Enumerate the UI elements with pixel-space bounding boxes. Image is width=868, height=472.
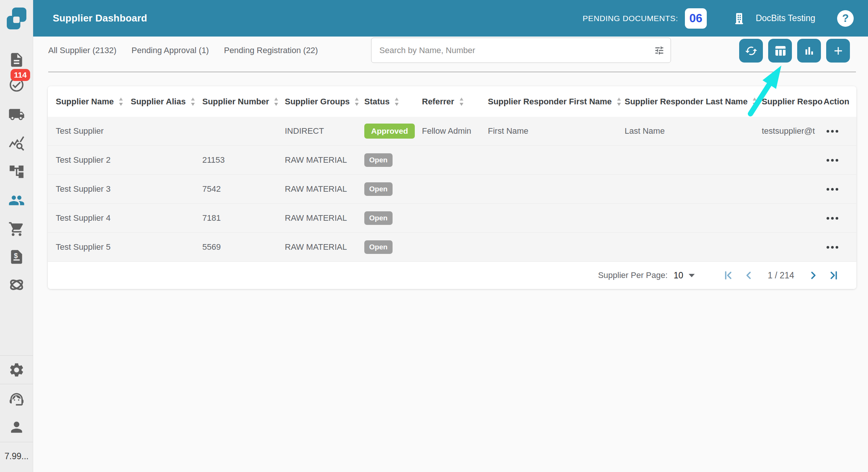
table-row[interactable]: Test Supplier 3 7542 RAW MATERIAL Open bbox=[48, 175, 856, 204]
help-button[interactable]: ? bbox=[837, 10, 854, 27]
cell-supplier-number: 21153 bbox=[202, 146, 285, 174]
sort-icon[interactable] bbox=[274, 97, 279, 107]
cell-supplier-groups: RAW MATERIAL bbox=[285, 146, 364, 174]
last-page-button[interactable] bbox=[827, 269, 840, 282]
per-page-label: Supplier Per Page: bbox=[598, 270, 668, 280]
row-actions-button[interactable] bbox=[824, 246, 838, 249]
company-name: DocBits Testing bbox=[756, 13, 815, 23]
next-page-button[interactable] bbox=[807, 269, 820, 282]
cell-responder-first-name bbox=[488, 175, 625, 203]
tab-pending-registration[interactable]: Pending Registration (22) bbox=[224, 46, 318, 55]
filter-options-button[interactable] bbox=[648, 45, 671, 56]
sort-icon[interactable] bbox=[354, 97, 359, 107]
sidebar-item-suppliers[interactable] bbox=[8, 192, 25, 209]
topbar: Supplier Dashboard PENDING DOCUMENTS: 06… bbox=[33, 0, 868, 37]
sidebar-item-profile[interactable] bbox=[8, 419, 25, 435]
sidebar-item-documents[interactable] bbox=[8, 52, 25, 68]
table-row[interactable]: Test Supplier INDIRECT Approved Fellow A… bbox=[48, 117, 856, 146]
pending-documents-count-badge[interactable]: 06 bbox=[685, 8, 707, 29]
headset-icon bbox=[8, 391, 25, 408]
cell-action bbox=[824, 117, 856, 145]
status-badge: Open bbox=[364, 211, 393, 225]
bar-chart-icon bbox=[803, 44, 816, 57]
tab-all-supplier[interactable]: All Supplier (2132) bbox=[48, 46, 116, 55]
tune-icon bbox=[654, 45, 665, 56]
chevron-right-icon bbox=[807, 269, 819, 281]
table-view-button[interactable] bbox=[768, 39, 792, 63]
cell-responder-email bbox=[762, 175, 824, 203]
previous-page-button[interactable] bbox=[742, 269, 755, 282]
sidebar-item-integrations[interactable] bbox=[8, 276, 25, 293]
sidebar-item-settings[interactable] bbox=[8, 362, 25, 378]
sort-icon[interactable] bbox=[394, 97, 399, 107]
sort-icon[interactable] bbox=[459, 97, 464, 107]
table-row[interactable]: Test Supplier 2 21153 RAW MATERIAL Open bbox=[48, 146, 856, 175]
first-page-button[interactable] bbox=[722, 269, 735, 282]
cell-supplier-number: 7181 bbox=[202, 204, 285, 232]
column-label: Supplier Alias bbox=[131, 97, 186, 107]
sidebar: 114 $ bbox=[0, 0, 33, 472]
document-icon bbox=[8, 52, 25, 68]
cell-supplier-alias bbox=[131, 204, 202, 232]
chevron-left-icon bbox=[743, 269, 755, 281]
tab-pending-approval[interactable]: Pending Approval (1) bbox=[131, 46, 209, 55]
status-badge: Open bbox=[364, 240, 393, 254]
sidebar-item-support[interactable] bbox=[8, 391, 25, 408]
cell-status: Approved bbox=[364, 117, 422, 145]
add-supplier-button[interactable] bbox=[826, 39, 850, 63]
column-header-responder-email[interactable]: Supplier Respo bbox=[762, 86, 824, 117]
cell-status: Open bbox=[364, 204, 422, 232]
cell-supplier-groups: RAW MATERIAL bbox=[285, 175, 364, 203]
column-header-status[interactable]: Status bbox=[364, 86, 422, 117]
sidebar-item-analytics[interactable] bbox=[8, 135, 25, 151]
cell-supplier-name: Test Supplier 4 bbox=[56, 204, 131, 232]
docbits-logo[interactable] bbox=[7, 8, 26, 31]
per-page-select[interactable]: 10 bbox=[674, 270, 695, 281]
cell-referrer bbox=[422, 233, 488, 261]
page-indicator: 1 / 214 bbox=[768, 270, 794, 281]
sort-icon[interactable] bbox=[752, 97, 757, 107]
table-row[interactable]: Test Supplier 5 5569 RAW MATERIAL Open bbox=[48, 233, 856, 262]
row-actions-button[interactable] bbox=[824, 217, 838, 220]
sort-icon[interactable] bbox=[190, 97, 196, 107]
column-header-supplier-alias[interactable]: Supplier Alias bbox=[131, 86, 202, 117]
sort-icon[interactable] bbox=[616, 97, 622, 107]
column-header-supplier-groups[interactable]: Supplier Groups bbox=[285, 86, 364, 117]
company-selector[interactable]: DocBits Testing bbox=[732, 10, 815, 27]
last-page-icon bbox=[828, 269, 840, 281]
column-header-supplier-number[interactable]: Supplier Number bbox=[202, 86, 285, 117]
row-actions-button[interactable] bbox=[824, 159, 838, 162]
row-actions-button[interactable] bbox=[824, 130, 838, 133]
column-header-responder-last-name[interactable]: Supplier Responder Last Name bbox=[625, 86, 762, 117]
toolbar bbox=[739, 39, 850, 63]
column-label: Supplier Responder First Name bbox=[488, 97, 612, 107]
cell-action bbox=[824, 175, 856, 203]
cell-supplier-number: 5569 bbox=[202, 233, 285, 261]
search-input[interactable] bbox=[371, 46, 648, 55]
shopping-cart-icon bbox=[8, 221, 25, 237]
chart-view-button[interactable] bbox=[797, 39, 821, 63]
cell-supplier-alias bbox=[131, 146, 202, 174]
refresh-icon bbox=[745, 44, 758, 57]
sort-icon[interactable] bbox=[118, 97, 124, 107]
table-row[interactable]: Test Supplier 4 7181 RAW MATERIAL Open bbox=[48, 204, 856, 233]
column-header-supplier-name[interactable]: Supplier Name bbox=[56, 86, 131, 117]
supplier-search bbox=[371, 38, 671, 63]
sidebar-item-shipping[interactable] bbox=[8, 106, 25, 123]
notification-count-badge: 114 bbox=[11, 69, 30, 81]
sidebar-item-invoices[interactable]: $ bbox=[8, 249, 25, 265]
sidebar-item-workflows[interactable] bbox=[8, 163, 25, 180]
cell-action bbox=[824, 146, 856, 174]
page-title: Supplier Dashboard bbox=[53, 12, 147, 24]
cell-referrer bbox=[422, 204, 488, 232]
cell-supplier-name: Test Supplier 2 bbox=[56, 146, 131, 174]
cell-responder-last-name bbox=[625, 204, 762, 232]
refresh-button[interactable] bbox=[739, 39, 763, 63]
column-header-responder-first-name[interactable]: Supplier Responder First Name bbox=[488, 86, 625, 117]
pagination-bar: Supplier Per Page: 10 1 / 214 bbox=[48, 262, 856, 289]
first-page-icon bbox=[722, 269, 734, 281]
sidebar-item-purchasing[interactable] bbox=[8, 221, 25, 237]
app-version-text: 7.99... bbox=[5, 451, 29, 461]
row-actions-button[interactable] bbox=[824, 188, 838, 191]
column-header-referrer[interactable]: Referrer bbox=[422, 86, 488, 117]
